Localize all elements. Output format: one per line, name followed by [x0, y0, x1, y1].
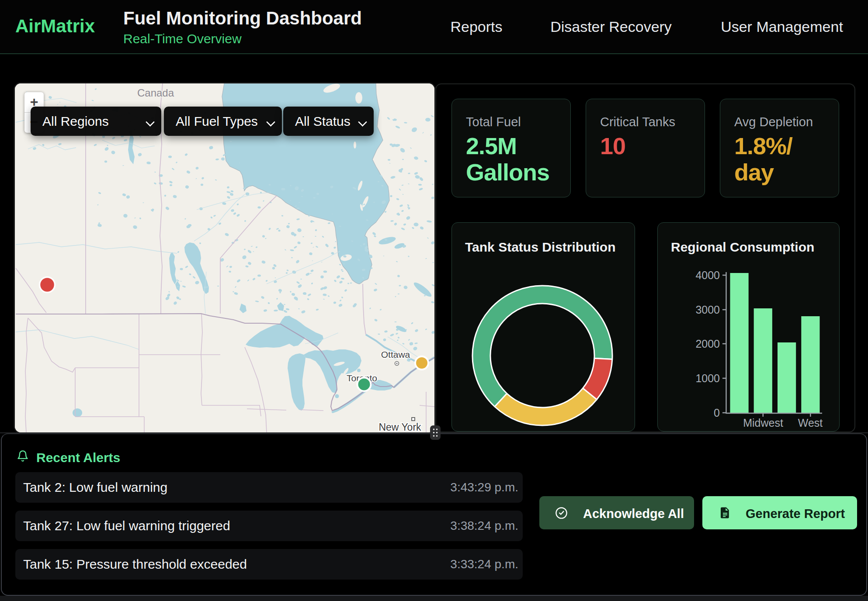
svg-text:4000: 4000	[695, 269, 720, 281]
svg-text:Canada: Canada	[137, 87, 174, 99]
svg-text:West: West	[798, 417, 823, 429]
svg-text:New York: New York	[378, 421, 421, 432]
svg-text:1000: 1000	[695, 372, 720, 384]
svg-text:Ottawa: Ottawa	[381, 349, 410, 359]
svg-text:2000: 2000	[695, 338, 720, 350]
svg-text:3000: 3000	[695, 304, 720, 316]
svg-text:Midwest: Midwest	[743, 417, 783, 429]
svg-text:0: 0	[714, 407, 720, 419]
